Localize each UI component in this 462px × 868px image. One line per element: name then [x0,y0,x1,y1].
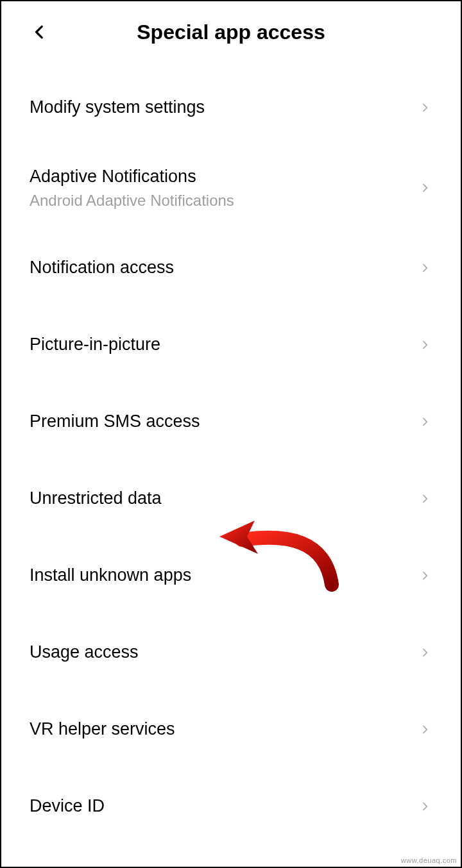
chevron-right-icon [417,645,432,660]
chevron-right-icon [417,260,432,276]
row-label: Modify system settings [30,96,417,119]
row-label: VR helper services [30,718,417,740]
row-picture-in-picture[interactable]: Picture-in-picture [1,306,461,383]
row-adaptive-notifications[interactable]: Adaptive Notifications Android Adaptive … [1,146,461,230]
chevron-right-icon [417,414,432,430]
row-label: Notification access [30,256,417,279]
row-subtitle: Android Adaptive Notifications [30,192,417,210]
settings-list: Modify system settings Adaptive Notifica… [1,63,461,868]
chevron-right-icon [417,799,432,814]
watermark-text: www.deuaq.com [401,856,457,864]
row-notification-access[interactable]: Notification access [1,230,461,306]
screen-frame: Special app access Modify system setting… [0,0,462,868]
chevron-right-icon [417,722,432,737]
chevron-right-icon [417,491,432,506]
row-device-id-personalised[interactable]: Device ID for personalised recommendatio… [1,845,461,868]
row-label: Premium SMS access [30,410,417,433]
row-premium-sms-access[interactable]: Premium SMS access [1,383,461,460]
row-label: Unrestricted data [30,487,417,510]
row-label: Device ID for personalised recommendatio… [30,864,363,868]
row-unrestricted-data[interactable]: Unrestricted data [1,460,461,537]
row-label: Usage access [30,641,417,664]
row-device-id[interactable]: Device ID [1,768,461,845]
page-title: Special app access [14,21,448,44]
chevron-right-icon [417,568,432,583]
row-install-unknown-apps[interactable]: Install unknown apps [1,537,461,614]
row-label: Device ID [30,795,417,817]
row-label: Picture-in-picture [30,333,417,356]
chevron-right-icon [417,180,432,196]
row-label: Adaptive Notifications [30,165,417,188]
row-vr-helper-services[interactable]: VR helper services [1,691,461,768]
row-label: Install unknown apps [30,564,417,587]
chevron-right-icon [417,337,432,353]
header-bar: Special app access [1,1,461,63]
row-usage-access[interactable]: Usage access [1,614,461,691]
chevron-right-icon [417,100,432,115]
row-modify-system-settings[interactable]: Modify system settings [1,69,461,146]
